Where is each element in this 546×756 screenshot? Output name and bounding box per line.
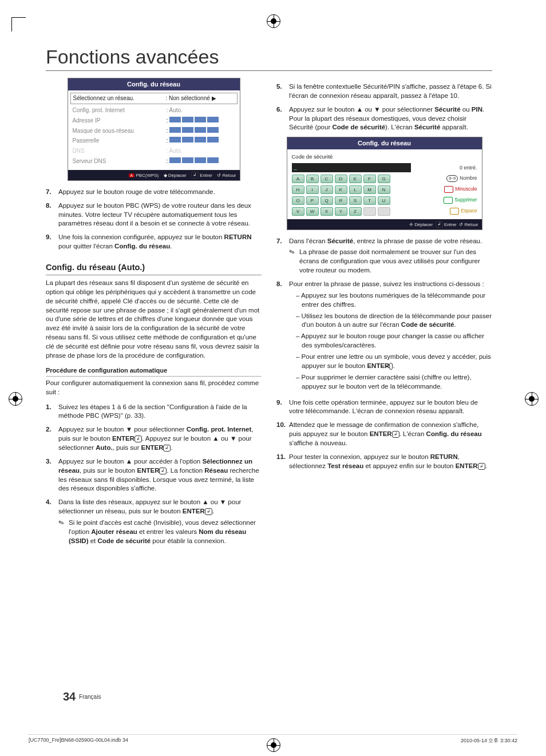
network-config-panel: Config. du réseau Sélectionnez un réseau…	[68, 78, 240, 181]
security-code-label: Code de sécurité	[292, 153, 477, 160]
label: Masque de sous-réseau	[73, 127, 167, 135]
step-text: Appuyez sur le bouton rouge de votre tél…	[58, 188, 262, 197]
steps-7-11: 7. Dans l'écran Sécurité, entrez la phra…	[276, 237, 492, 471]
enter-icon	[159, 468, 167, 474]
print-timestamp: 2010-05-14 오후 3:30:42	[461, 737, 517, 745]
label: DNS	[73, 147, 167, 155]
step-text: Attendez que le message de confirmation …	[289, 421, 492, 448]
registration-mark-right	[525, 392, 539, 406]
kb-row-4: VWXYZ Espace	[292, 207, 477, 216]
enter-label: Entrer	[200, 173, 212, 178]
sub-item: Utilisez les boutons de direction de la …	[296, 312, 492, 330]
sub-item: Appuyez sur le bouton rouge pour changer…	[296, 332, 492, 350]
security-input: _	[292, 163, 411, 172]
key-M: M	[363, 185, 376, 194]
step-number: 10.	[276, 421, 289, 448]
step-text: Dans l'écran Sécurité, entrez la phrase …	[289, 237, 492, 275]
key-E: E	[349, 175, 362, 183]
key-N: N	[378, 185, 390, 194]
step-text: Une fois la connexion configurée, appuye…	[58, 233, 262, 251]
note: Si le point d'accès est caché (Invisible…	[58, 518, 262, 546]
enter-icon	[389, 363, 393, 370]
intro-paragraph: La plupart des réseaux sans fil disposen…	[46, 279, 262, 361]
right-column: 5.Si la fenêtre contextuelle Sécurité/PI…	[276, 78, 492, 551]
key-blank	[378, 207, 390, 216]
key-L: L	[349, 185, 362, 194]
value: :	[167, 137, 235, 145]
key-K: K	[335, 185, 347, 194]
key-T: T	[363, 196, 376, 205]
label: Passerelle	[73, 137, 167, 145]
row-select-network: Sélectionnez un réseau. : Non sélectionn…	[70, 93, 238, 104]
page-title: Fonctions avancées	[46, 46, 492, 71]
step-text: Une fois cette opération terminée, appuy…	[289, 398, 492, 417]
step-number: 7.	[46, 188, 58, 197]
step-number: 8.	[46, 201, 58, 229]
note-icon	[58, 518, 69, 546]
panel-footer: ✢ Déplacer Entrer ↺ Retour	[287, 219, 482, 229]
key-R: R	[335, 196, 347, 205]
row-ip: Adresse IP :	[73, 116, 235, 126]
page-language: Français	[79, 694, 101, 700]
panel-title: Config. du réseau	[287, 137, 482, 149]
value: : Auto.	[167, 147, 235, 155]
step-text: Appuyez sur le bouton ▲ ou ▼ pour sélect…	[289, 105, 492, 133]
label: Serveur DNS	[73, 157, 167, 165]
side-space: Espace	[450, 208, 477, 215]
note: La phrase de passe doit normalement se t…	[289, 248, 492, 275]
key-Y: Y	[335, 207, 347, 216]
sub-heading: Procédure de configuration automatique	[46, 366, 262, 377]
sub-item: Appuyez sur les boutons numériques de la…	[296, 291, 492, 310]
panel-title: Config. du réseau	[68, 78, 240, 90]
kb-row-3: OPQRSTU Supprimer	[292, 196, 477, 205]
move-label: Déplacer	[168, 173, 187, 178]
enter-icon	[392, 431, 399, 438]
step-text: Pour entrer la phrase de passe, suivez l…	[289, 280, 492, 393]
sub-list: Appuyez sur les boutons numériques de la…	[289, 291, 492, 391]
kb-row-2: HIJKLMN Minuscule	[292, 185, 477, 194]
step-number: 11.	[276, 453, 289, 471]
key-B: B	[306, 175, 319, 183]
section-heading: Config. du réseau (Auto.)	[46, 262, 262, 275]
steps-7-9: 7.Appuyez sur le bouton rouge de votre t…	[46, 188, 262, 251]
key-V: V	[292, 207, 304, 216]
move-icon: ◆	[164, 173, 167, 178]
return-icon: ↺	[459, 222, 463, 227]
entered-count: 0 entré.	[460, 164, 477, 171]
row-dns: DNS : Auto.	[73, 146, 235, 156]
side-number: 0~9 Nombre	[446, 175, 477, 182]
value: : Non sélectionné ▶	[166, 94, 235, 102]
row-prot: Config. prot. Internet : Auto.	[73, 105, 235, 116]
row-dns-server: Serveur DNS :	[73, 156, 235, 167]
enter-icon	[191, 172, 199, 179]
intro2-paragraph: Pour configurer automatiquement la conne…	[46, 379, 262, 397]
registration-mark-left	[9, 392, 22, 406]
print-footer: [UC7700_Fre]BN68-02590G-00L04.indb 34 20…	[29, 734, 517, 745]
panel-footer: APBC(WPS) ◆ Déplacer Entrer ↺ Retour	[68, 170, 240, 180]
enter-icon	[205, 508, 212, 515]
key-Q: Q	[321, 196, 333, 205]
step-text: Si la fenêtre contextuelle Sécurité/PIN …	[289, 82, 492, 101]
a-badge: A	[129, 173, 135, 177]
row-mask: Masque de sous-réseau :	[73, 126, 235, 136]
step-number: 1.	[46, 403, 58, 421]
auto-steps: 1.Suivez les étapes 1 à 6 de la section …	[46, 403, 262, 546]
crop-mark	[11, 17, 26, 31]
page-number: 34	[63, 690, 76, 703]
note-icon	[289, 248, 299, 275]
sub-item: Pour supprimer le dernier caractère sais…	[296, 373, 492, 391]
step-number: 9.	[276, 398, 289, 417]
key-W: W	[306, 207, 319, 216]
key-H: H	[292, 185, 304, 194]
step-text: Pour tester la connexion, appuyez sur le…	[289, 453, 492, 471]
pbc-label: PBC(WPS)	[136, 173, 159, 178]
step-number: 8.	[276, 280, 289, 393]
registration-mark-top	[267, 14, 280, 28]
key-O: O	[292, 196, 304, 205]
value: :	[167, 127, 235, 135]
key-Z: Z	[349, 207, 362, 216]
enter-icon	[163, 445, 171, 452]
key-P: P	[306, 196, 319, 205]
value: :	[167, 117, 235, 125]
key-J: J	[321, 185, 333, 194]
